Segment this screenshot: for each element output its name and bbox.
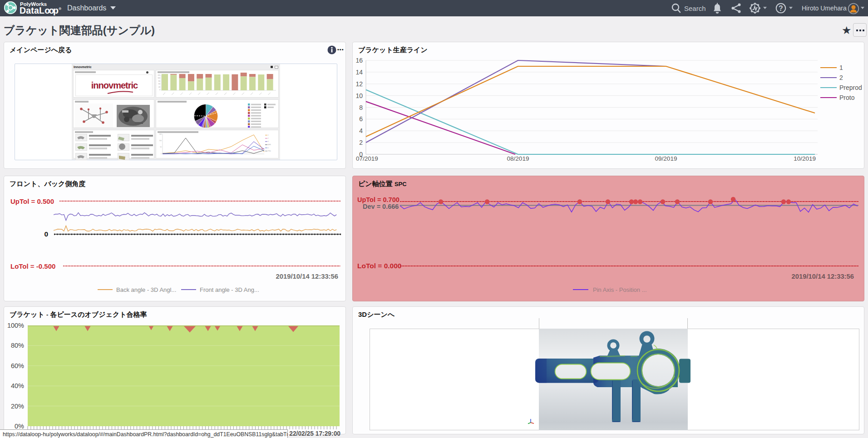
svg-text:Dev = 0.666: Dev = 0.666 bbox=[363, 203, 399, 210]
svg-text:100: 100 bbox=[159, 140, 162, 142]
svg-text:100: 100 bbox=[158, 77, 160, 79]
svg-text:Preprod: Preprod bbox=[839, 84, 862, 91]
svg-text:14: 14 bbox=[355, 69, 363, 76]
svg-text:UpTol = 0.700: UpTol = 0.700 bbox=[357, 196, 399, 203]
svg-text:LoTol = 0.000: LoTol = 0.000 bbox=[357, 262, 401, 270]
svg-text:2: 2 bbox=[359, 139, 363, 146]
svg-text:0: 0 bbox=[44, 230, 48, 238]
svg-text:LoTol = -0.500: LoTol = -0.500 bbox=[10, 262, 55, 270]
svg-text:120: 120 bbox=[158, 74, 160, 76]
svg-text:20%: 20% bbox=[11, 403, 24, 410]
svg-text:40: 40 bbox=[158, 86, 160, 88]
svg-text:60%: 60% bbox=[11, 362, 24, 369]
svg-text:2: 2 bbox=[268, 138, 269, 139]
svg-text:0: 0 bbox=[159, 89, 160, 91]
svg-text:Back angle - 3D Angl...: Back angle - 3D Angl... bbox=[116, 286, 176, 293]
svg-text:10/2019: 10/2019 bbox=[794, 155, 816, 162]
svg-text:UpTol = 0.500: UpTol = 0.500 bbox=[10, 197, 54, 205]
svg-text:Pin Axis - Position ...: Pin Axis - Position ... bbox=[593, 286, 647, 293]
svg-text:2019/10/14 12:33:56: 2019/10/14 12:33:56 bbox=[792, 273, 854, 280]
svg-text:0%: 0% bbox=[15, 423, 24, 430]
svg-text:12: 12 bbox=[355, 80, 363, 88]
svg-text:100%: 100% bbox=[7, 322, 24, 329]
svg-text:8: 8 bbox=[359, 104, 363, 111]
svg-text:Front angle - 3D Ang...: Front angle - 3D Ang... bbox=[200, 286, 259, 293]
svg-text:6: 6 bbox=[359, 115, 363, 123]
svg-text:16: 16 bbox=[355, 57, 363, 64]
svg-text:1: 1 bbox=[268, 134, 269, 136]
svg-text:80%: 80% bbox=[11, 342, 24, 349]
svg-text:80: 80 bbox=[158, 80, 160, 82]
svg-text:10: 10 bbox=[355, 92, 363, 99]
svg-text:Proto: Proto bbox=[839, 94, 855, 101]
svg-text:07/2019: 07/2019 bbox=[356, 155, 378, 162]
svg-text:PRD: PRD bbox=[268, 150, 271, 152]
svg-text:140: 140 bbox=[159, 133, 162, 135]
svg-text:1: 1 bbox=[839, 64, 843, 71]
svg-text:08/2019: 08/2019 bbox=[507, 155, 529, 162]
svg-text:2: 2 bbox=[839, 74, 843, 81]
svg-text:09/2019: 09/2019 bbox=[655, 155, 677, 162]
svg-text:50: 50 bbox=[160, 146, 162, 148]
svg-text:2019/10/14 12:33:56: 2019/10/14 12:33:56 bbox=[276, 273, 338, 280]
svg-text:4: 4 bbox=[268, 147, 269, 149]
svg-text:3: 3 bbox=[268, 141, 269, 143]
svg-text:?: ? bbox=[779, 5, 783, 12]
svg-text:60: 60 bbox=[158, 83, 160, 85]
svg-text:4: 4 bbox=[359, 127, 363, 134]
svg-text:MFR: MFR bbox=[268, 144, 271, 146]
svg-text:22/02/25 17:29:00: 22/02/25 17:29:00 bbox=[289, 430, 340, 437]
svg-text:40%: 40% bbox=[11, 382, 24, 389]
svg-text:0: 0 bbox=[161, 153, 162, 155]
